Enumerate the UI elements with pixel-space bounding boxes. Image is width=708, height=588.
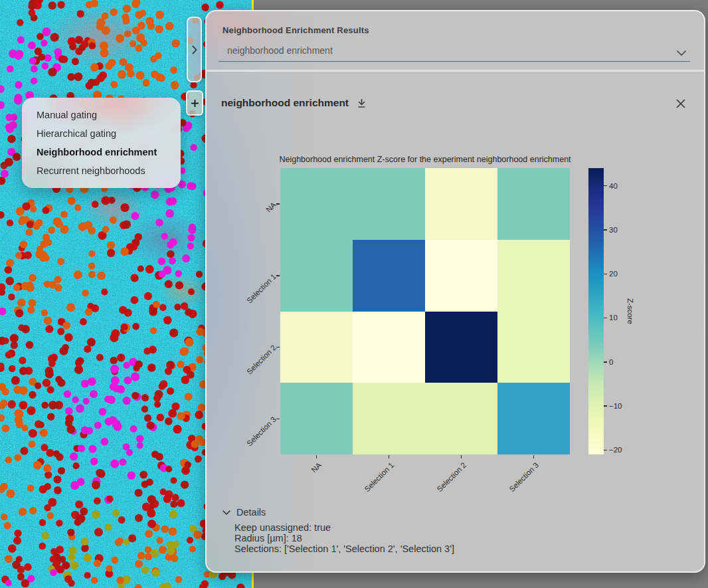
panel-collapse-handle[interactable] bbox=[187, 17, 202, 82]
cell-dot bbox=[35, 421, 43, 429]
cell-dot bbox=[68, 197, 76, 205]
heatmap-cell bbox=[280, 240, 353, 312]
cell-dot bbox=[163, 316, 171, 324]
cell-dot bbox=[26, 341, 34, 349]
cell-dot bbox=[185, 308, 193, 316]
x-axis-tick bbox=[389, 455, 389, 458]
chevron-down-icon bbox=[222, 510, 230, 515]
cell-dot bbox=[1, 425, 9, 433]
cell-dot bbox=[5, 456, 13, 464]
cell-dot bbox=[48, 360, 56, 367]
colorbar-tick-label: 0 bbox=[609, 358, 613, 366]
cell-dot bbox=[75, 500, 83, 508]
cell-dot bbox=[4, 522, 11, 530]
download-result-button[interactable] bbox=[356, 98, 367, 109]
cell-dot bbox=[17, 36, 25, 43]
colorbar-tick-label: 20 bbox=[609, 270, 618, 278]
cell-dot bbox=[53, 450, 60, 457]
cell-dot bbox=[57, 328, 64, 335]
cell-dot bbox=[159, 270, 166, 278]
cell-dot bbox=[58, 467, 65, 474]
results-select[interactable]: neighborhood enrichment bbox=[219, 42, 690, 62]
cell-dot bbox=[171, 494, 179, 501]
cell-dot bbox=[7, 65, 14, 72]
cell-dot bbox=[96, 18, 105, 27]
colorbar-label: Z-score bbox=[625, 168, 636, 454]
cell-dot bbox=[196, 328, 204, 336]
menu-item-neighborhood-enrichment[interactable]: Neighborhood enrichment bbox=[22, 143, 181, 161]
cell-dot bbox=[131, 212, 139, 220]
cell-dot bbox=[145, 17, 153, 25]
cell-dot bbox=[43, 379, 50, 387]
cell-dot bbox=[74, 270, 82, 279]
cell-dot bbox=[100, 42, 108, 50]
details-toggle[interactable]: Details bbox=[222, 507, 266, 518]
cell-dot bbox=[39, 543, 46, 550]
cell-dot bbox=[188, 288, 195, 295]
cell-dot bbox=[142, 502, 151, 511]
cell-dot bbox=[70, 561, 79, 569]
cell-dot bbox=[68, 37, 76, 46]
result-card-title: neighborhood enrichment bbox=[221, 97, 349, 109]
cell-dot bbox=[57, 1, 64, 9]
cell-dot bbox=[7, 489, 15, 498]
cell-dot bbox=[5, 277, 14, 286]
cell-dot bbox=[135, 45, 143, 52]
cell-dot bbox=[139, 10, 146, 17]
close-result-button[interactable] bbox=[675, 98, 687, 110]
cell-dot bbox=[146, 478, 153, 486]
cell-dot bbox=[10, 334, 19, 343]
close-icon bbox=[675, 98, 686, 109]
cell-dot bbox=[149, 345, 157, 353]
cell-dot bbox=[44, 471, 52, 478]
cell-dot bbox=[5, 266, 13, 274]
cell-dot bbox=[196, 271, 203, 278]
cell-dot bbox=[92, 481, 100, 490]
cell-dot bbox=[169, 328, 178, 337]
cell-dot bbox=[15, 310, 23, 318]
cell-dot bbox=[68, 580, 74, 587]
cell-dot bbox=[35, 250, 44, 258]
cell-dot bbox=[83, 398, 90, 405]
cell-dot bbox=[5, 555, 13, 563]
cell-dot bbox=[155, 25, 163, 33]
cell-dot bbox=[88, 377, 96, 386]
menu-item-recurrent-neighborhoods[interactable]: Recurrent neighborhoods bbox=[22, 161, 181, 180]
cell-dot bbox=[81, 545, 88, 552]
cell-dot bbox=[110, 9, 118, 16]
cell-dot bbox=[155, 11, 164, 19]
cell-dot bbox=[216, 1, 224, 9]
cell-dot bbox=[88, 271, 96, 278]
cell-dot bbox=[158, 258, 165, 265]
cell-dot bbox=[147, 495, 156, 504]
cell-dot bbox=[137, 552, 145, 559]
y-axis-tick bbox=[276, 275, 280, 276]
cell-dot bbox=[84, 345, 91, 353]
cell-dot bbox=[139, 471, 147, 479]
add-analysis-button[interactable] bbox=[186, 90, 203, 116]
cell-dot bbox=[166, 541, 173, 548]
cell-dot bbox=[91, 577, 98, 583]
cell-dot bbox=[29, 429, 37, 438]
cell-dot bbox=[58, 379, 66, 387]
cell-dot bbox=[88, 445, 96, 453]
cell-dot bbox=[112, 557, 119, 564]
cell-dot bbox=[50, 33, 59, 42]
menu-item-hierarchical-gating[interactable]: Hierarchical gating bbox=[22, 124, 181, 143]
cell-dot bbox=[151, 549, 159, 557]
cell-dot bbox=[132, 27, 140, 35]
cell-dot bbox=[76, 514, 85, 523]
cell-dot bbox=[107, 249, 115, 257]
colorbar-tick bbox=[604, 185, 607, 186]
cell-dot bbox=[181, 376, 190, 385]
menu-item-manual-gating[interactable]: Manual gating bbox=[22, 106, 181, 124]
cell-dot bbox=[90, 458, 98, 465]
cell-dot bbox=[72, 462, 79, 469]
x-axis-tick bbox=[533, 455, 534, 458]
cell-dot bbox=[66, 303, 75, 312]
cell-dot bbox=[41, 402, 48, 409]
heatmap-cell bbox=[425, 383, 497, 454]
cell-dot bbox=[165, 280, 173, 288]
cell-dot bbox=[56, 565, 64, 573]
cell-dot bbox=[94, 422, 102, 429]
